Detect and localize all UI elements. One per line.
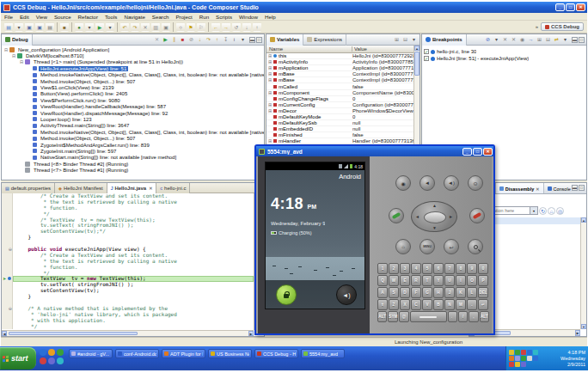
dpad-center-button[interactable] (424, 211, 446, 223)
debug-tree-item[interactable]: Thread [<8> Binder Thread #2] (Running) (2, 161, 264, 167)
variable-row[interactable]: mFinishedfalse (266, 132, 413, 138)
step-return-icon[interactable]: ↑ (213, 36, 221, 44)
tray-icon[interactable] (533, 350, 538, 355)
run-dropdown-icon[interactable]: ▾ (106, 22, 114, 32)
emulator-window[interactable]: 5554:my_avd _ □ ✕ 4:18 Android 4:18 PM W… (254, 144, 495, 335)
tab-debug[interactable]: Debug (2, 34, 33, 46)
tab-expressions[interactable]: Expressions (303, 34, 346, 46)
sound-toggle-button[interactable]: ◄) (336, 284, 357, 305)
taskbar-button[interactable]: ADT Plugin for Eclipse... (162, 349, 205, 358)
line-ruler[interactable] (2, 235, 13, 241)
menu-search[interactable]: Search (149, 14, 173, 20)
start-button[interactable]: start (0, 347, 36, 370)
menu-edit[interactable]: Edit (16, 14, 33, 20)
line-ruler[interactable] (2, 217, 13, 223)
debug-maximize-icon[interactable]: □ (256, 37, 262, 43)
key-z[interactable]: Z (389, 299, 399, 310)
remove-terminated-icon[interactable]: ✕ (153, 36, 161, 44)
close-tab-icon[interactable]: ✕ (149, 186, 152, 191)
power-button[interactable]: ⊙ (468, 175, 483, 191)
disassembly-minimize-icon[interactable]: ▬ (572, 185, 578, 191)
cut-icon[interactable]: ✕ (141, 22, 150, 32)
quick-launch-icon[interactable] (48, 358, 55, 364)
line-ruler[interactable] (2, 259, 13, 265)
variable-row[interactable]: mConfigChangeFlags0 (266, 96, 413, 102)
tray-icon[interactable] (533, 356, 538, 361)
taskbar-button[interactable]: #android - gV... (69, 349, 113, 358)
key-j[interactable]: J (444, 287, 455, 298)
key-h[interactable]: H (433, 287, 444, 298)
variable-row[interactable]: ⊞thisHelloJni (id=830007772928) (266, 53, 413, 59)
remove-all-breakpoints-icon[interactable]: ✕ (510, 36, 518, 44)
code-line[interactable] (2, 300, 254, 306)
line-ruler[interactable]: ⊖ (2, 247, 13, 253)
debug-tree-item[interactable]: View$PerformClick.run() line: 9080 (2, 97, 264, 103)
emulator-minimize-button[interactable]: _ (462, 148, 472, 156)
save-icon[interactable]: ▣ (25, 22, 34, 32)
code-line[interactable]: * with this application. (2, 318, 254, 324)
debug-tree-item[interactable]: Method.invoke(Object, Object...) line: 5… (2, 135, 264, 141)
disconnect-icon[interactable]: ⊘ (187, 36, 195, 44)
debug-tree-item[interactable]: HelloJni.executeJniApp(View) line: 51 (2, 65, 264, 71)
redo-icon[interactable]: ↷ (131, 22, 139, 32)
paste-icon[interactable]: ▣ (162, 22, 170, 32)
editor-hscrollbar[interactable]: ◀ ▶ (2, 330, 254, 336)
key-a[interactable]: A (377, 287, 388, 298)
add-breakpoint-icon[interactable]: ▾ (561, 36, 569, 44)
disassembly-maximize-icon[interactable]: □ (579, 185, 585, 191)
code-line[interactable]: */ (2, 324, 254, 330)
code-line[interactable]: */ (2, 211, 254, 217)
variable-row[interactable]: mDefaultKeyMode0 (266, 114, 413, 120)
key-sym[interactable]: ← (448, 311, 457, 322)
debug-tree-item[interactable]: ⊟Thread [<1> main] (Suspended (breakpoin… (2, 59, 264, 65)
dpad-right-icon[interactable]: ► (449, 214, 453, 219)
debug-tree-item[interactable]: Method.invokeNative(Object, Object[], Cl… (2, 129, 264, 135)
line-ruler[interactable]: ➤ (2, 276, 13, 282)
key-n[interactable]: N (444, 299, 455, 310)
breakpoint-checkbox[interactable]: ✓ (424, 56, 429, 61)
key-b[interactable]: B (433, 299, 444, 310)
scroll-thumb[interactable] (414, 52, 420, 76)
camera-button[interactable]: ◉ (395, 175, 411, 191)
line-ruler[interactable] (2, 265, 13, 271)
key-sym[interactable]: @ (399, 311, 408, 322)
ide-title-bar[interactable]: CCS Debug - HelloJni/src/com/example/hel… (1, 2, 587, 13)
build-icon[interactable]: ■ (60, 22, 69, 32)
view-menu-icon[interactable]: ▾ (239, 36, 247, 44)
debug-tree-item[interactable]: Method.invoke(Object, Object...) line: 5… (2, 78, 264, 84)
quick-launch-icon[interactable] (40, 358, 46, 364)
debug-minimize-icon[interactable]: ▬ (249, 37, 255, 43)
dpad[interactable]: ▲▼◄► (411, 201, 457, 232)
code-line[interactable]: setContentView(tv);*/ (2, 229, 254, 235)
menu-help[interactable]: Help (261, 14, 279, 20)
step-over-icon[interactable]: ↷ (205, 36, 212, 44)
column-value[interactable]: Value (352, 46, 367, 52)
show-type-names-icon[interactable]: ⊞ (393, 36, 401, 44)
debug-icon[interactable]: ● (75, 22, 83, 32)
key-sym[interactable]: ⇧ (377, 299, 388, 310)
undo-icon[interactable]: ↶ (120, 22, 129, 32)
key-s[interactable]: S (389, 287, 399, 298)
expand-all-icon[interactable]: ⊞ (536, 36, 543, 44)
disassembly-vscrollbar[interactable]: ▲ ▼ (580, 217, 586, 329)
key-alt[interactable]: ALT (377, 311, 387, 322)
taskbar-button[interactable]: 5554:my_avd (301, 349, 345, 358)
key-v[interactable]: V (422, 299, 432, 310)
tray-icon[interactable] (521, 356, 526, 361)
key-i[interactable]: I (456, 275, 466, 286)
step-into-icon[interactable]: ↓ (196, 36, 204, 44)
key-t[interactable]: T (422, 275, 432, 286)
debug-tree-item[interactable]: ViewRoot(Handler).dispatchMessage(Messag… (2, 110, 264, 116)
debug-tree-item[interactable]: ZygoteInit$MethodAndArgsCaller.run() lin… (2, 142, 264, 148)
code-line[interactable]: * function. (2, 265, 254, 271)
new-dropdown-icon[interactable]: ▾ (15, 22, 23, 32)
menu-tools[interactable]: Tools (101, 14, 120, 20)
debug-tree-item[interactable]: ⊟DalvikVM[localhost:8710] (2, 52, 264, 58)
quick-launch-icon[interactable] (57, 349, 64, 356)
line-ruler[interactable] (2, 205, 13, 211)
code-line[interactable]: /* Create a TextView and set its content… (2, 193, 254, 199)
variable-row[interactable]: ⊞mCurrentConfigConfiguration (id=8300077… (266, 102, 413, 108)
debug-tree-item[interactable]: ActivityThread.main(String[]) line: 3647 (2, 123, 264, 129)
menu-window[interactable]: Window (236, 14, 261, 20)
variables-column-header[interactable]: Name Value (266, 46, 413, 53)
